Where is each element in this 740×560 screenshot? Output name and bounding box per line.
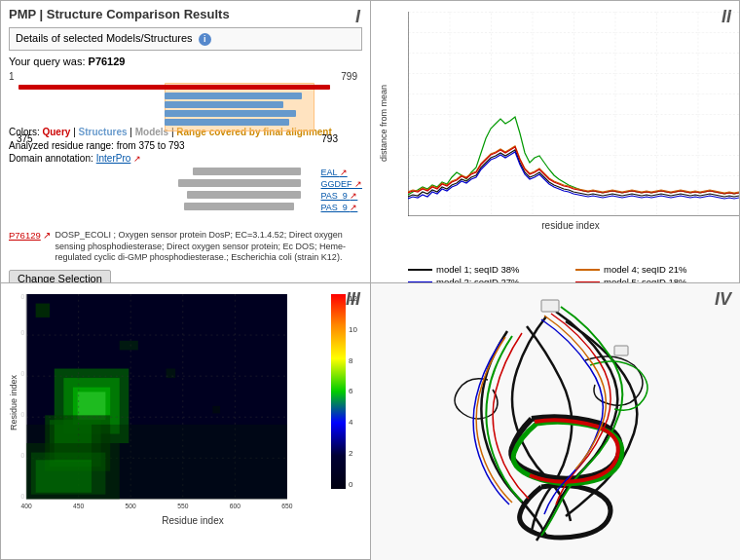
anno-ggdef: GGDEF ↗ bbox=[320, 179, 362, 189]
anno-pas9-2: PAS_9 ↗ bbox=[320, 203, 362, 212]
svg-text:450: 450 bbox=[73, 503, 84, 508]
interpro-link[interactable]: InterPro bbox=[96, 153, 131, 164]
panel-iv: IV bbox=[371, 283, 740, 560]
panel-iii: III Residue index bbox=[1, 283, 371, 560]
svg-rect-60 bbox=[331, 294, 346, 489]
svg-rect-32 bbox=[166, 369, 176, 379]
svg-text:500: 500 bbox=[20, 411, 24, 418]
svg-text:550: 550 bbox=[20, 370, 24, 377]
panel-i-label: I bbox=[355, 7, 360, 27]
legend-line-model1 bbox=[408, 269, 432, 271]
structure-bar-2 bbox=[165, 101, 283, 108]
legend-model1: model 1; seqID 38% bbox=[408, 264, 566, 275]
legend-model2: model 2; seqID 27% bbox=[408, 277, 566, 283]
structure-bar-1 bbox=[165, 93, 302, 99]
domain-line: Domain annotation: InterPro ↗ bbox=[9, 153, 362, 164]
3d-structure bbox=[379, 289, 733, 552]
svg-rect-59 bbox=[36, 460, 92, 492]
protein-entry: P76129 ↗ DOSP_ECOLI ; Oxygen sensor prot… bbox=[9, 230, 362, 264]
heatmap-container: Residue index bbox=[9, 294, 362, 510]
bar-area bbox=[18, 83, 330, 131]
panel-i: I PMP | Structure Comparison Results Det… bbox=[1, 1, 371, 283]
y-axis-label: distance from mean bbox=[379, 85, 388, 162]
query-line: Your query was: P76129 bbox=[9, 56, 362, 67]
svg-text:650: 650 bbox=[20, 294, 24, 300]
svg-rect-30 bbox=[36, 304, 50, 317]
heatmap-x-label: Residue index bbox=[23, 515, 362, 526]
structure-bar-3 bbox=[165, 110, 295, 117]
legend-model4: model 4; seqID 21% bbox=[575, 264, 733, 275]
svg-text:400: 400 bbox=[20, 493, 24, 500]
svg-rect-61 bbox=[541, 300, 559, 312]
protein-desc: DOSP_ECOLI ; Oxygen sensor protein DosP;… bbox=[55, 230, 362, 264]
heatmap-svg: 400 450 500 550 600 650 400 450 500 550 … bbox=[20, 294, 293, 508]
svg-text:550: 550 bbox=[177, 503, 188, 508]
annotation-labels: EAL ↗ GGDEF ↗ PAS_9 ↗ PAS_9 ↗ bbox=[320, 168, 362, 226]
svg-text:500: 500 bbox=[126, 503, 136, 508]
query-value: P76129 bbox=[89, 56, 126, 67]
range-labels: 1 799 bbox=[9, 71, 362, 82]
svg-text:450: 450 bbox=[20, 452, 24, 459]
protein-id: P76129 ↗ bbox=[9, 230, 51, 264]
svg-rect-33 bbox=[212, 406, 220, 414]
svg-text:600: 600 bbox=[20, 329, 24, 336]
heatmap-y-label: Residue index bbox=[9, 294, 20, 510]
structure-bar-4 bbox=[165, 119, 289, 126]
chart-container: distance from mean 0 1 2 3 4 5 bbox=[379, 7, 733, 260]
line-chart: 0 1 2 3 4 5 6 7 8 9 10 400 450 500 550 6… bbox=[408, 12, 739, 216]
legend-line-model4 bbox=[575, 269, 600, 271]
x-axis-label: residue index bbox=[408, 220, 733, 231]
colorbar: 12 10 8 6 4 2 0 bbox=[331, 294, 360, 508]
query-bar bbox=[18, 85, 330, 90]
protein-arrow: ↗ bbox=[43, 230, 51, 241]
svg-text:400: 400 bbox=[21, 503, 32, 508]
svg-text:600: 600 bbox=[230, 503, 240, 508]
svg-rect-31 bbox=[120, 341, 138, 351]
domain-arrow[interactable]: ↗ bbox=[133, 154, 141, 164]
legend-model5: model 5; seqID 18% bbox=[575, 277, 733, 283]
legend-area: model 1; seqID 38% model 4; seqID 21% mo… bbox=[408, 264, 733, 283]
annotation-area: EAL ↗ GGDEF ↗ PAS_9 ↗ PAS_9 ↗ bbox=[9, 168, 362, 226]
range-bar-container: 1 799 375 793 bbox=[9, 71, 362, 125]
app-title: PMP | Structure Comparison Results bbox=[9, 7, 362, 21]
details-box: Details of selected Models/Structures i bbox=[9, 27, 362, 51]
anno-pas9-1: PAS_9 ↗ bbox=[320, 191, 362, 201]
bar-range-labels: 375 793 bbox=[17, 133, 338, 144]
info-icon[interactable]: i bbox=[199, 33, 211, 46]
structure-svg bbox=[390, 292, 722, 550]
main-container: I PMP | Structure Comparison Results Det… bbox=[0, 0, 740, 560]
change-selection-button[interactable]: Change Selection bbox=[9, 270, 111, 283]
anno-eal: EAL ↗ bbox=[320, 168, 362, 177]
heatmap-main: 400 450 500 550 600 650 400 450 500 550 … bbox=[20, 294, 362, 510]
svg-text:650: 650 bbox=[281, 503, 292, 508]
panel-ii: II distance from mean 0 1 2 3 4 bbox=[371, 1, 740, 283]
svg-rect-0 bbox=[408, 12, 739, 216]
svg-rect-62 bbox=[614, 346, 628, 355]
